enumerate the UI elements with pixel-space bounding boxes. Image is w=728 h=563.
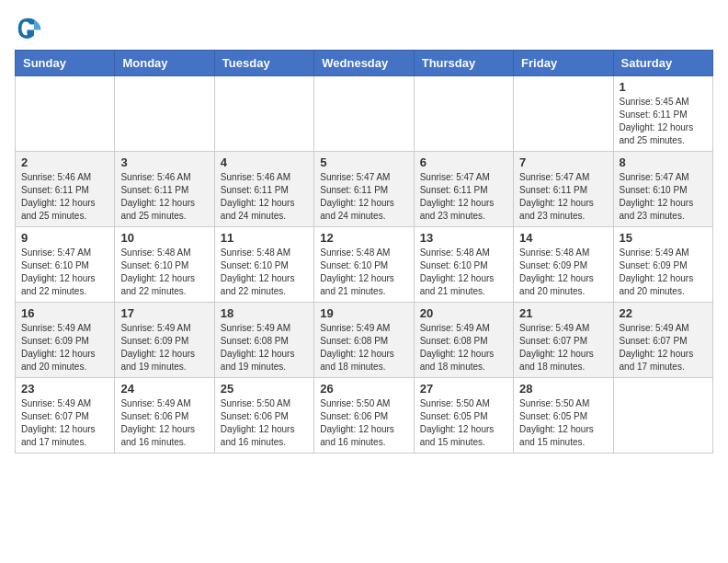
calendar-week-1: 1Sunrise: 5:45 AM Sunset: 6:11 PM Daylig… <box>16 76 713 152</box>
day-info: Sunrise: 5:49 AM Sunset: 6:09 PM Dayligh… <box>21 322 108 373</box>
day-info: Sunrise: 5:47 AM Sunset: 6:11 PM Dayligh… <box>519 171 607 223</box>
day-info: Sunrise: 5:50 AM Sunset: 6:06 PM Dayligh… <box>221 397 308 449</box>
calendar-cell <box>314 76 414 152</box>
day-number: 7 <box>519 155 607 169</box>
day-info: Sunrise: 5:49 AM Sunset: 6:08 PM Dayligh… <box>420 322 507 373</box>
day-info: Sunrise: 5:49 AM Sunset: 6:08 PM Dayligh… <box>320 322 407 373</box>
day-info: Sunrise: 5:49 AM Sunset: 6:07 PM Dayligh… <box>519 322 607 373</box>
weekday-header-friday: Friday <box>514 51 613 76</box>
day-number: 28 <box>519 382 607 396</box>
day-number: 17 <box>120 306 208 320</box>
calendar-cell: 9Sunrise: 5:47 AM Sunset: 6:10 PM Daylig… <box>16 227 115 303</box>
calendar-cell: 8Sunrise: 5:47 AM Sunset: 6:10 PM Daylig… <box>613 152 712 227</box>
calendar-cell: 25Sunrise: 5:50 AM Sunset: 6:06 PM Dayli… <box>214 378 313 454</box>
weekday-header-saturday: Saturday <box>613 51 712 76</box>
calendar-cell: 26Sunrise: 5:50 AM Sunset: 6:06 PM Dayli… <box>314 378 414 454</box>
page-header <box>15 15 713 42</box>
day-number: 20 <box>420 306 507 320</box>
calendar-cell: 18Sunrise: 5:49 AM Sunset: 6:08 PM Dayli… <box>214 303 313 378</box>
day-number: 27 <box>420 382 507 396</box>
calendar-table: SundayMondayTuesdayWednesdayThursdayFrid… <box>15 50 713 454</box>
calendar-cell <box>16 76 115 152</box>
day-number: 22 <box>620 306 707 320</box>
calendar-cell: 1Sunrise: 5:45 AM Sunset: 6:11 PM Daylig… <box>613 76 712 152</box>
day-number: 6 <box>420 155 507 169</box>
calendar-cell: 13Sunrise: 5:48 AM Sunset: 6:10 PM Dayli… <box>414 227 513 303</box>
day-number: 23 <box>21 382 108 396</box>
day-info: Sunrise: 5:48 AM Sunset: 6:10 PM Dayligh… <box>120 247 208 298</box>
day-number: 4 <box>221 155 308 169</box>
calendar-cell: 17Sunrise: 5:49 AM Sunset: 6:09 PM Dayli… <box>115 303 214 378</box>
day-info: Sunrise: 5:49 AM Sunset: 6:07 PM Dayligh… <box>620 322 707 373</box>
calendar-cell: 5Sunrise: 5:47 AM Sunset: 6:11 PM Daylig… <box>314 152 414 227</box>
day-number: 19 <box>320 306 407 320</box>
day-info: Sunrise: 5:49 AM Sunset: 6:06 PM Dayligh… <box>120 397 208 449</box>
day-number: 11 <box>221 231 308 245</box>
day-info: Sunrise: 5:45 AM Sunset: 6:11 PM Dayligh… <box>620 96 707 147</box>
calendar-cell: 23Sunrise: 5:49 AM Sunset: 6:07 PM Dayli… <box>16 378 115 454</box>
day-number: 26 <box>320 382 407 396</box>
day-number: 12 <box>320 231 407 245</box>
day-info: Sunrise: 5:47 AM Sunset: 6:10 PM Dayligh… <box>620 171 707 223</box>
day-number: 24 <box>120 382 208 396</box>
day-info: Sunrise: 5:49 AM Sunset: 6:09 PM Dayligh… <box>620 247 707 298</box>
calendar-cell: 14Sunrise: 5:48 AM Sunset: 6:09 PM Dayli… <box>514 227 613 303</box>
day-info: Sunrise: 5:47 AM Sunset: 6:11 PM Dayligh… <box>420 171 507 223</box>
calendar-week-4: 16Sunrise: 5:49 AM Sunset: 6:09 PM Dayli… <box>16 303 713 378</box>
day-number: 1 <box>620 80 707 94</box>
calendar-week-2: 2Sunrise: 5:46 AM Sunset: 6:11 PM Daylig… <box>16 152 713 227</box>
day-info: Sunrise: 5:48 AM Sunset: 6:09 PM Dayligh… <box>519 247 607 298</box>
day-info: Sunrise: 5:48 AM Sunset: 6:10 PM Dayligh… <box>320 247 407 298</box>
weekday-header-tuesday: Tuesday <box>214 51 313 76</box>
day-number: 14 <box>519 231 607 245</box>
calendar-cell: 10Sunrise: 5:48 AM Sunset: 6:10 PM Dayli… <box>115 227 214 303</box>
calendar-cell: 11Sunrise: 5:48 AM Sunset: 6:10 PM Dayli… <box>214 227 313 303</box>
weekday-header-wednesday: Wednesday <box>314 51 414 76</box>
day-info: Sunrise: 5:46 AM Sunset: 6:11 PM Dayligh… <box>120 171 208 223</box>
day-number: 2 <box>21 155 108 169</box>
day-number: 10 <box>120 231 208 245</box>
day-info: Sunrise: 5:50 AM Sunset: 6:06 PM Dayligh… <box>320 397 407 449</box>
calendar-cell: 27Sunrise: 5:50 AM Sunset: 6:05 PM Dayli… <box>414 378 513 454</box>
day-info: Sunrise: 5:49 AM Sunset: 6:07 PM Dayligh… <box>21 397 108 449</box>
day-info: Sunrise: 5:48 AM Sunset: 6:10 PM Dayligh… <box>420 247 507 298</box>
calendar-week-5: 23Sunrise: 5:49 AM Sunset: 6:07 PM Dayli… <box>16 378 713 454</box>
day-number: 13 <box>420 231 507 245</box>
day-number: 8 <box>620 155 707 169</box>
weekday-header-row: SundayMondayTuesdayWednesdayThursdayFrid… <box>16 51 713 76</box>
calendar-cell: 24Sunrise: 5:49 AM Sunset: 6:06 PM Dayli… <box>115 378 214 454</box>
day-number: 18 <box>221 306 308 320</box>
calendar-cell: 6Sunrise: 5:47 AM Sunset: 6:11 PM Daylig… <box>414 152 513 227</box>
calendar-cell <box>514 76 613 152</box>
day-number: 21 <box>519 306 607 320</box>
calendar-cell: 20Sunrise: 5:49 AM Sunset: 6:08 PM Dayli… <box>414 303 513 378</box>
calendar-cell <box>214 76 313 152</box>
calendar-cell <box>613 378 712 454</box>
day-info: Sunrise: 5:47 AM Sunset: 6:11 PM Dayligh… <box>320 171 407 223</box>
day-number: 16 <box>21 306 108 320</box>
calendar-cell: 4Sunrise: 5:46 AM Sunset: 6:11 PM Daylig… <box>214 152 313 227</box>
calendar-cell: 16Sunrise: 5:49 AM Sunset: 6:09 PM Dayli… <box>16 303 115 378</box>
calendar-cell: 3Sunrise: 5:46 AM Sunset: 6:11 PM Daylig… <box>115 152 214 227</box>
calendar-cell: 21Sunrise: 5:49 AM Sunset: 6:07 PM Dayli… <box>514 303 613 378</box>
calendar-cell: 12Sunrise: 5:48 AM Sunset: 6:10 PM Dayli… <box>314 227 414 303</box>
calendar-cell <box>414 76 513 152</box>
day-info: Sunrise: 5:49 AM Sunset: 6:08 PM Dayligh… <box>221 322 308 373</box>
day-info: Sunrise: 5:46 AM Sunset: 6:11 PM Dayligh… <box>221 171 308 223</box>
logo-icon <box>15 15 42 42</box>
weekday-header-sunday: Sunday <box>16 51 115 76</box>
day-number: 3 <box>120 155 208 169</box>
calendar-cell: 7Sunrise: 5:47 AM Sunset: 6:11 PM Daylig… <box>514 152 613 227</box>
weekday-header-monday: Monday <box>115 51 214 76</box>
day-number: 15 <box>620 231 707 245</box>
calendar-cell: 2Sunrise: 5:46 AM Sunset: 6:11 PM Daylig… <box>16 152 115 227</box>
calendar-cell: 19Sunrise: 5:49 AM Sunset: 6:08 PM Dayli… <box>314 303 414 378</box>
day-info: Sunrise: 5:50 AM Sunset: 6:05 PM Dayligh… <box>420 397 507 449</box>
weekday-header-thursday: Thursday <box>414 51 513 76</box>
day-info: Sunrise: 5:50 AM Sunset: 6:05 PM Dayligh… <box>519 397 607 449</box>
day-number: 9 <box>21 231 108 245</box>
calendar-cell: 28Sunrise: 5:50 AM Sunset: 6:05 PM Dayli… <box>514 378 613 454</box>
day-info: Sunrise: 5:46 AM Sunset: 6:11 PM Dayligh… <box>21 171 108 223</box>
calendar-cell <box>115 76 214 152</box>
calendar-cell: 22Sunrise: 5:49 AM Sunset: 6:07 PM Dayli… <box>613 303 712 378</box>
